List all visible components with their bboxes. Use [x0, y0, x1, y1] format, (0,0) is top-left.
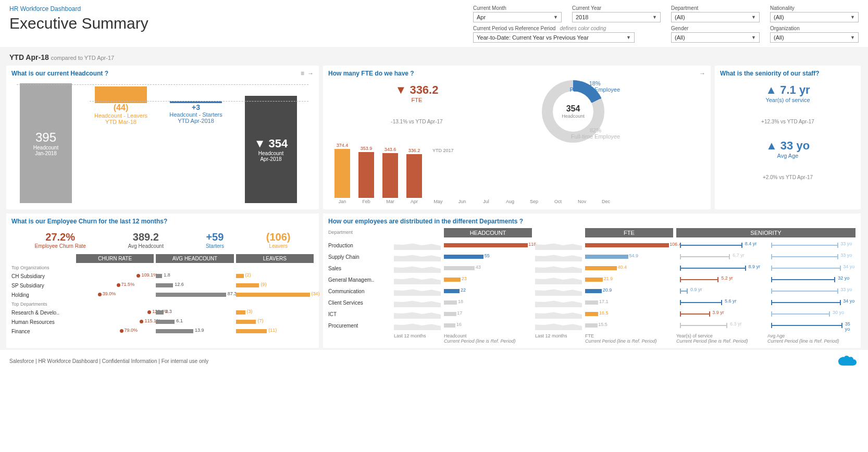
salesforce-logo-icon: [838, 353, 859, 369]
kpi-churn-rate: 27.2%: [34, 231, 85, 243]
menu-icon[interactable]: ≡: [301, 70, 304, 77]
panel-churn: What is our Employee Churn for the last …: [6, 214, 319, 348]
kpi-leavers: (106): [266, 231, 291, 243]
fte-monthly-bars: 374.4Jan353.9Feb343.6Mar336.2AprMayJunJu…: [328, 147, 620, 204]
filter-label-nat: Nationality: [770, 5, 859, 11]
filter-period[interactable]: Year-to-Date: Current Year vs Previous Y…: [473, 32, 635, 43]
chevron-down-icon: ▼: [850, 15, 855, 20]
table-row: ICT 17 16.5 3.9 yr 30 yo: [328, 308, 855, 320]
fte-month-bar: Dec: [597, 198, 615, 204]
table-row: CH Subsidiary 109.1% 1.8 (2): [11, 271, 314, 281]
fte-month-bar: Oct: [549, 198, 567, 204]
panel-title: What is our current Headcount ?: [11, 70, 314, 77]
fte-month-bar: Nov: [573, 198, 591, 204]
filter-month[interactable]: Apr▼: [473, 12, 562, 22]
fte-month-bar: Jun: [453, 198, 471, 204]
footer-text: Salesforce | HR Workforce Dashboard | Co…: [9, 358, 208, 364]
breadcrumb[interactable]: HR Workforce Dashboard: [9, 5, 148, 12]
kpi-avg-hc: 389.2: [128, 231, 164, 243]
hc-end-value: ▼ 354: [254, 137, 288, 150]
subtitle: YTD Apr-18compared to YTD Apr-17: [9, 53, 862, 61]
filter-year[interactable]: 2018▼: [572, 12, 661, 22]
table-row: Research & Develo.. 128.6% 2.3 (3): [11, 308, 314, 317]
chevron-down-icon: ▼: [850, 35, 855, 40]
seniority-years: ▲ 7.1 yr: [725, 83, 850, 97]
panel-headcount: What is our current Headcount ? ≡→ 395 H…: [6, 66, 319, 209]
table-row: Client Services 18 17.1 5.6 yr 34 yo: [328, 297, 855, 308]
filter-label-org: Organization: [770, 26, 859, 31]
filter-label-gender: Gender: [671, 26, 760, 31]
panel-title: How our employees are distributed in the…: [328, 218, 855, 225]
table-row: General Managem.. 23 21.9 5.2 yr 32 yo: [328, 274, 855, 285]
table-row: Human Resources 115.1% 6.1 (7): [11, 317, 314, 327]
fte-delta: ▼ 336.2: [328, 83, 505, 97]
panel-title: How many FTE do we have ?: [328, 70, 705, 77]
fte-month-bar: May: [429, 198, 447, 204]
chevron-down-icon: ▼: [751, 35, 756, 40]
filter-label-period: Current Period vs Reference Perioddefine…: [473, 26, 661, 31]
fte-month-bar: Jul: [477, 198, 495, 204]
fte-month-bar: 336.2Apr: [405, 149, 423, 204]
table-row: Supply Chain 55 54.9 6.7 yr 33 yo: [328, 251, 855, 262]
fte-month-bar: 343.6Mar: [381, 148, 399, 204]
hc-starters-value: +3: [192, 103, 200, 111]
panel-title: What is our Employee Churn for the last …: [11, 218, 314, 225]
panel-title: What is the seniority of our staff?: [720, 70, 855, 77]
chevron-down-icon: ▼: [553, 15, 558, 20]
filter-organization[interactable]: (All)▼: [770, 32, 859, 43]
filter-nationality[interactable]: (All)▼: [770, 12, 859, 22]
kpi-starters: +59: [206, 231, 224, 243]
table-row: Procurement 16 15.5 6.3 yr 35 yo: [328, 320, 855, 331]
filter-label-year: Current Year: [572, 5, 661, 11]
fte-month-bar: Sep: [525, 198, 543, 204]
panel-dept-dist: How our employees are distributed in the…: [323, 214, 861, 348]
table-row: Sales 43 40.4 8.9 yr 34 yo: [328, 262, 855, 274]
panel-fte: How many FTE do we have ? → ▼ 336.2 FTE …: [323, 66, 711, 209]
table-row: Holding 39.0% 87.3 (34): [11, 290, 314, 299]
filter-label-dept: Department: [671, 5, 760, 11]
page-title: Executive Summary: [9, 15, 148, 32]
table-row: Production 116 106.4 8.4 yr 33 yo: [328, 240, 855, 251]
fte-month-bar: 353.9Feb: [357, 147, 375, 204]
filter-dept[interactable]: (All)▼: [671, 12, 760, 22]
filter-label-month: Current Month: [473, 5, 562, 11]
fte-month-bar: 374.4Jan: [333, 144, 351, 204]
hc-start-value: 395: [35, 130, 56, 145]
filters: Current Month Apr▼ Current Year 2018▼ De…: [473, 5, 859, 43]
hc-leavers-value: (44): [114, 103, 128, 112]
table-row: Communication 22 20.9 0.9 yr 33 yo: [328, 285, 855, 297]
table-row: Finance 79.0% 13.9 (11): [11, 327, 314, 336]
chevron-down-icon: ▼: [751, 15, 756, 20]
chevron-down-icon: ▼: [626, 35, 631, 40]
filter-gender[interactable]: (All)▼: [671, 32, 760, 43]
table-row: SP Subsidiary 71.5% 12.6 (9): [11, 281, 314, 290]
fte-month-bar: Aug: [501, 198, 519, 204]
arrow-right-icon[interactable]: →: [307, 70, 314, 77]
chevron-down-icon: ▼: [652, 15, 657, 20]
panel-seniority: What is the seniority of our staff? ▲ 7.…: [715, 66, 861, 209]
arrow-right-icon[interactable]: →: [699, 70, 705, 77]
seniority-age: ▲ 33 yo: [725, 139, 850, 153]
